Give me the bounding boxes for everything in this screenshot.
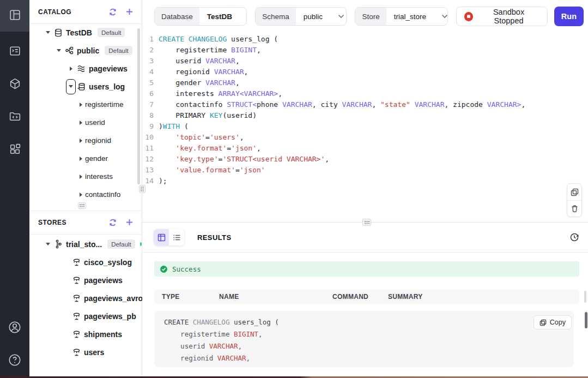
code-token: regionid (159, 67, 214, 77)
editor-line-9: 9)WITH ( (142, 121, 588, 132)
delete-query-button[interactable] (567, 200, 581, 217)
tree-item-users[interactable]: users (29, 343, 142, 361)
tree-item-public[interactable]: publicDefault (29, 41, 142, 59)
code-token: contactinfo (159, 99, 227, 110)
code-token: VARCHAR (209, 342, 238, 350)
caret-right-icon[interactable] (76, 172, 85, 181)
tree-item-label: gender (85, 154, 108, 163)
tree-item-label: TestDB (66, 28, 92, 37)
editor-line-5: 5 gender VARCHAR, (142, 77, 588, 88)
tree-item-pageviews-avro[interactable]: pageviews_avro (29, 289, 142, 307)
tree-item-gender[interactable]: gender (29, 149, 142, 167)
database-icon (53, 28, 63, 38)
caret-right-icon[interactable] (66, 64, 75, 73)
tree-item-pageviews-pb[interactable]: pageviews_pb (29, 307, 142, 325)
tree-item-trial-sto-[interactable]: trial_sto...Default (29, 235, 142, 253)
kafka-icon (53, 239, 63, 249)
column-header-type: TYPE (162, 293, 219, 301)
code-token: = (227, 143, 231, 154)
tree-item-shipments[interactable]: shipments (29, 325, 142, 343)
tree-item-label: regionid (85, 136, 111, 145)
code-token (159, 154, 175, 165)
caret-down-icon[interactable] (44, 240, 52, 249)
stores-add-icon[interactable] (124, 218, 134, 227)
result-card-scrollbar[interactable] (585, 312, 587, 328)
caret-right-icon[interactable] (76, 100, 85, 109)
tree-item-pageviews[interactable]: pageviews (29, 271, 142, 289)
rail-item-resources-cube[interactable] (0, 69, 29, 100)
sidebar-resize-grip[interactable] (139, 185, 146, 193)
code-token: , (257, 143, 261, 154)
code-token: , (278, 88, 282, 99)
run-button[interactable]: Run (554, 7, 584, 26)
code-token: KEY (210, 110, 222, 121)
result-code-line: CREATE CHANGELOG users_log ( (164, 316, 574, 328)
stop-icon (464, 12, 474, 21)
tree-item-registertime[interactable]: registertime (29, 95, 142, 113)
stores-refresh-icon[interactable] (108, 218, 118, 227)
table-view-icon[interactable] (154, 229, 169, 245)
caret-right-icon[interactable] (76, 118, 85, 127)
sql-editor[interactable]: 1CREATE CHANGELOG users_log (2 registert… (142, 34, 588, 222)
copy-query-button[interactable] (567, 184, 581, 200)
copy-icon (539, 319, 547, 326)
catalog-refresh-icon[interactable] (108, 7, 118, 17)
catalog-resize-grip[interactable] (78, 202, 86, 209)
status-dot (140, 242, 142, 246)
tree-item-userid[interactable]: userid (29, 113, 142, 131)
line-number: 11 (142, 143, 159, 154)
rail-item-workspace[interactable] (0, 0, 29, 32)
caret-down-icon[interactable] (54, 46, 63, 55)
list-view-icon[interactable] (169, 229, 184, 245)
code-token: WITH (163, 121, 180, 132)
editor-line-10: 10 'topic'='users', (142, 132, 588, 143)
rail-item-account[interactable] (0, 313, 29, 344)
catalog-add-icon[interactable] (124, 7, 134, 17)
tree-item-regionid[interactable]: regionid (29, 131, 142, 149)
tree-item-interests[interactable]: interests (29, 167, 142, 185)
editor-line-7: 7 contactinfo STRUCT<phone VARCHAR, city… (142, 99, 588, 110)
tree-item-pageviews[interactable]: pageviews (29, 59, 142, 77)
results-resize-grip[interactable] (362, 219, 371, 226)
rail-item-console[interactable] (0, 36, 29, 68)
rail-item-integrations-grid[interactable] (0, 134, 29, 166)
tree-item-contactinfo[interactable]: contactinfo (29, 185, 142, 203)
results-view-toggle (154, 229, 184, 245)
editor-line-13: 13 'value.format'='json' (142, 165, 588, 176)
sidebar-scrollbar[interactable] (137, 28, 140, 184)
line-number: 5 (142, 77, 159, 88)
tree-item-label: pageviews_avro (84, 294, 143, 303)
rail-item-code-folder[interactable] (0, 101, 29, 133)
tree-item-label: shipments (84, 330, 122, 339)
chevron-down-icon (238, 8, 247, 25)
schema-select[interactable]: Schema public (255, 7, 347, 26)
caret-right-icon[interactable] (76, 190, 85, 199)
code-token: VARCHAR (282, 99, 312, 110)
editor-line-4: 4 regionid VARCHAR, (142, 67, 588, 77)
store-select[interactable]: Store trial_store (355, 7, 447, 26)
column-header-name: NAME (219, 293, 332, 301)
tree-item-users-log[interactable]: users_log (29, 77, 142, 95)
history-icon[interactable] (568, 231, 580, 243)
copy-result-button[interactable]: Copy (534, 315, 572, 329)
sandbox-stopped-button[interactable]: Sandbox Stopped (456, 7, 548, 26)
tree-item-label: trial_sto... (66, 240, 102, 249)
caret-right-icon[interactable] (76, 154, 85, 163)
code-token: , (235, 77, 240, 88)
code-token: > (517, 99, 522, 110)
code-token: = (219, 154, 223, 165)
database-select[interactable]: Database TestDB (154, 7, 247, 26)
rail-item-help[interactable] (0, 345, 29, 377)
tree-item-testdb[interactable]: TestDBDefault (29, 23, 142, 41)
editor-line-8: 8 PRIMARY KEY(userid) (142, 110, 588, 121)
caret-down-icon[interactable] (66, 80, 75, 94)
caret-down-icon[interactable] (44, 28, 52, 37)
database-select-value: TestDB (199, 8, 238, 25)
caret-right-icon[interactable] (76, 136, 85, 145)
results-header: RESULTS (142, 223, 588, 252)
line-number: 4 (142, 67, 159, 77)
tree-item-label: contactinfo (85, 190, 120, 199)
tree-item-cisco-syslog[interactable]: cisco_syslog (29, 253, 142, 271)
results-scrollbar[interactable] (584, 291, 586, 303)
success-text: Success (172, 265, 201, 273)
